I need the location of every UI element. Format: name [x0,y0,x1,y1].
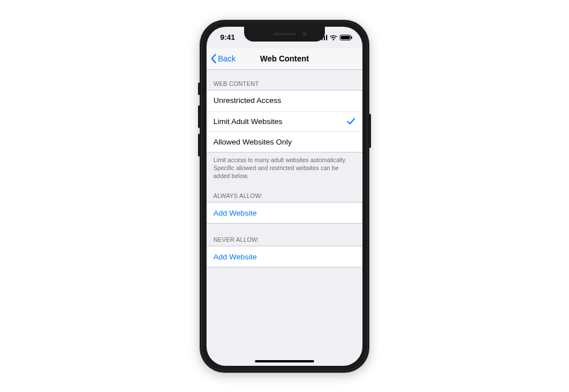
back-button[interactable]: Back [207,53,236,64]
iphone-frame: 9:41 Back Web Content WEB CONTENT [200,20,369,373]
option-limit-adult[interactable]: Limit Adult Websites [207,111,362,131]
power-button [369,114,371,148]
home-indicator[interactable] [255,360,314,362]
section-header-always-allow: ALWAYS ALLOW: [207,180,362,202]
battery-icon [340,35,351,40]
add-website-never[interactable]: Add Website [207,246,362,267]
wifi-icon [329,35,337,40]
front-camera [302,32,307,36]
volume-down [198,134,200,156]
nav-bar: Back Web Content [207,48,362,70]
add-website-always[interactable]: Add Website [207,203,362,223]
checkmark-icon [347,117,356,126]
option-allowed-only[interactable]: Allowed Websites Only [207,131,362,152]
web-content-footer: Limit access to many adult websites auto… [207,152,362,180]
section-header-never-allow: NEVER ALLOW: [207,224,362,246]
notch [244,27,325,42]
volume-up [198,105,200,128]
back-label: Back [218,54,236,63]
add-website-label: Add Website [213,253,257,261]
add-website-label: Add Website [213,209,257,217]
chevron-left-icon [210,53,217,64]
always-allow-group: Add Website [207,202,362,224]
never-allow-group: Add Website [207,246,362,267]
section-header-web-content: WEB CONTENT [207,70,362,90]
option-label: Unrestricted Access [213,96,281,105]
web-content-options: Unrestricted Access Limit Adult Websites… [207,90,362,152]
option-label: Allowed Websites Only [213,138,292,146]
content-scroll[interactable]: WEB CONTENT Unrestricted Access Limit Ad… [207,70,362,366]
mute-switch [198,82,200,95]
speaker [273,33,296,35]
screen: 9:41 Back Web Content WEB CONTENT [207,27,362,366]
option-label: Limit Adult Websites [213,117,282,126]
option-unrestricted[interactable]: Unrestricted Access [207,90,362,111]
